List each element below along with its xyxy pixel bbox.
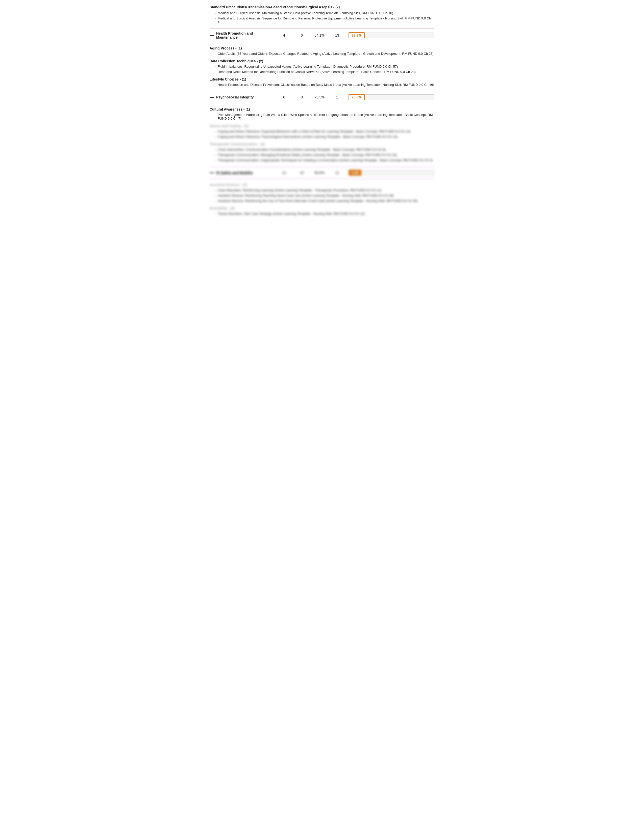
arrow-icon: › [215,70,216,74]
stat-count: 13 [328,33,346,37]
psychosocial-progress: 25.0% [349,94,435,100]
arrow-icon: › [215,212,216,215]
list-item-text: Medical and Surgical Asepsis: Sequence f… [218,16,435,24]
stat-answered: 4 [275,33,293,37]
list-item-text: Cane Education: Reinforcing Learning (Ac… [218,188,382,192]
arrow-icon: › [215,65,216,68]
arrow-icon: › [215,135,216,138]
arrow-icon: › [215,153,216,157]
list-item-text: Pain Management: Addressing Pain With a … [218,113,435,121]
list-item-text: Assistive Devices: Reinforcing the Use o… [218,199,417,203]
arrow-icon: › [215,113,216,117]
category-row-left: Pt Safety and Mobility [209,170,275,175]
list-item-text: Crisis Intervention: Communication Consi… [218,148,386,151]
psychosocial-content: Cultural Awareness - (1) › Pain Manageme… [209,107,435,162]
list-item-text: Coping and Stress Tolerance: Psychologic… [218,135,398,138]
stat-answered: 6 [275,95,293,99]
arrow-icon: › [215,148,216,151]
third-section-content: Assistive Devices - (3) › Cane Education… [209,183,435,215]
list-item: › Pain Management: Addressing Pain With … [215,113,435,121]
stat-total: 6 [293,33,311,37]
list-item-text: Fluid Imbalances: Recognizing Unexpected… [218,64,398,68]
arrow-icon: › [215,17,216,20]
third-category-row: Pt Safety and Mobility 11 13 84.6% 11 1.… [209,167,435,179]
list-item: › Coping and Stress Tolerance: Expected … [215,130,435,133]
psychosocial-stats: 6 8 73.5% 1 25.0% [275,94,435,100]
category-row-left: Psychosocial Integrity [209,95,275,99]
list-item: › Medical and Surgical Asepsis: Maintain… [215,11,435,15]
list-item: › Therapeutic Communication: Inappropria… [215,158,435,162]
standard-precautions-section: Standard Precautions/Transmission-Based … [209,5,435,24]
standard-precautions-title: Standard Precautions/Transmission-Based … [209,5,435,9]
list-item: › Medical and Surgical Asepsis: Sequence… [215,16,435,24]
aging-process-title: Aging Process - (1) [209,46,435,50]
lifestyle-choices-title: Lifestyle Choices - (1) [209,77,435,81]
stat-percent: 73.5% [311,95,328,99]
list-item-text: Head and Neck: Method for Determining Fu… [218,70,416,74]
list-item: › Therapeutic Communication: Managing Em… [215,153,435,157]
stat-answered: 11 [275,170,293,175]
list-item: › Fluid Imbalances: Recognizing Unexpect… [215,64,435,68]
health-promotion-progress-label: 33.3% [349,32,365,39]
list-item: › Older Adults (65 Years and Older): Exp… [215,52,435,56]
list-item: › Assistive Devices: Reinforcing Teachin… [215,194,435,198]
stat-count: 1 [328,95,346,99]
stat-count: 11 [328,170,346,175]
stat-percent: 64.1% [311,33,328,37]
psychosocial-category-row: Psychosocial Integrity 6 8 73.5% 1 25.0% [209,91,435,103]
aging-process-section: Aging Process - (1) › Older Adults (65 Y… [209,46,435,56]
stat-total: 13 [293,170,311,175]
stress-coping-title: Stress and Coping - (2) [209,124,435,128]
arrow-icon: › [215,52,216,56]
therapeutic-communication-title: Therapeutic Communication - (3) [209,142,435,146]
health-promotion-content: Aging Process - (1) › Older Adults (65 Y… [209,46,435,87]
list-item: › Head and Neck: Method for Determining … [215,70,435,74]
health-promotion-stats: 4 6 64.1% 13 33.3% [275,32,435,39]
list-item-text: Therapeutic Communication: Managing Emot… [218,153,397,157]
assistive-devices-section: Assistive Devices - (3) › Cane Education… [209,183,435,203]
list-item-text: Medical and Surgical Asepsis: Maintainin… [218,11,393,15]
list-item-text: Tissue Disorders: Skin Care Strategy (Ac… [218,212,365,215]
list-item: › Tissue Disorders: Skin Care Strategy (… [215,212,435,215]
list-item-text: Assistive Devices: Reinforcing Teaching … [218,194,394,198]
third-section-progress-label: 1.00 [349,170,361,176]
category-row-left: Health Promotion and Maintenance [209,31,275,39]
psychosocial-progress-label: 25.0% [349,94,365,100]
data-collection-section: Data Collection Techniques - (2) › Fluid… [209,59,435,74]
health-promotion-progress: 33.3% [349,32,435,39]
list-item: › Coping and Stress Tolerance: Psycholog… [215,135,435,138]
list-item-text: Health Promotion and Disease Prevention:… [218,83,434,87]
health-promotion-title[interactable]: Health Promotion and Maintenance [216,31,275,39]
immobility-title: Immobility - (2) [209,206,435,210]
cultural-awareness-section: Cultural Awareness - (1) › Pain Manageme… [209,107,435,121]
immobility-section: Immobility - (2) › Tissue Disorders: Ski… [209,206,435,215]
arrow-icon: › [215,159,216,162]
arrow-icon: › [215,83,216,87]
third-section-stats: 11 13 84.6% 11 1.00 [275,169,435,176]
dash-icon [209,35,214,36]
psychosocial-title[interactable]: Psychosocial Integrity [216,95,254,99]
stat-total: 8 [293,95,311,99]
arrow-icon: › [215,194,216,198]
list-item: › Crisis Intervention: Communication Con… [215,148,435,151]
health-promotion-category-row: Health Promotion and Maintenance 4 6 64.… [209,29,435,42]
list-item: › Assistive Devices: Reinforcing the Use… [215,199,435,203]
data-collection-title: Data Collection Techniques - (2) [209,59,435,63]
stress-coping-section: Stress and Coping - (2) › Coping and Str… [209,124,435,138]
third-section-title: Pt Safety and Mobility [216,170,253,175]
dash-icon [209,97,214,98]
cultural-awareness-title: Cultural Awareness - (1) [209,107,435,111]
dash-icon [209,172,214,173]
stat-percent: 84.6% [311,170,328,175]
third-section-progress: 1.00 [349,169,435,176]
arrow-icon: › [215,188,216,192]
list-item-text: Therapeutic Communication: Inappropriate… [218,158,433,162]
therapeutic-communication-section: Therapeutic Communication - (3) › Crisis… [209,142,435,162]
arrow-icon: › [215,11,216,15]
list-item-text: Coping and Stress Tolerance: Expected Be… [218,130,411,133]
arrow-icon: › [215,130,216,133]
arrow-icon: › [215,199,216,203]
list-item: › Health Promotion and Disease Preventio… [215,83,435,87]
list-item-text: Older Adults (65 Years and Older): Expec… [218,52,434,56]
list-item: › Cane Education: Reinforcing Learning (… [215,188,435,192]
